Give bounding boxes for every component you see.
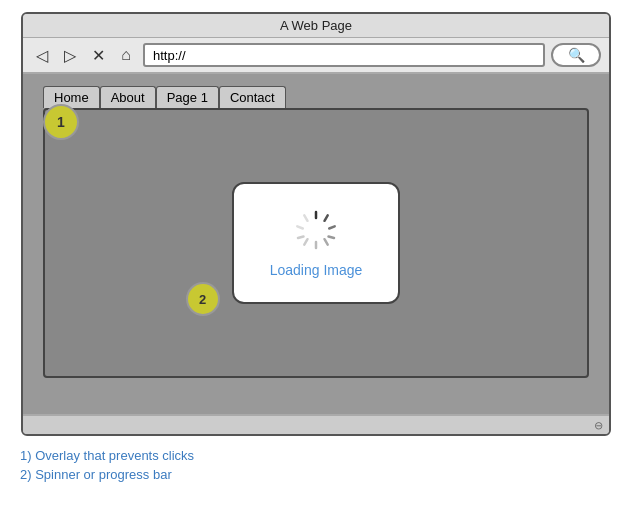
loading-spinner: [294, 208, 338, 252]
svg-line-7: [298, 237, 304, 239]
nav-tabs: Home About Page 1 Contact: [43, 86, 589, 108]
browser-content: 1 Home About Page 1 Contact 2: [23, 74, 609, 414]
svg-line-9: [304, 215, 307, 221]
annotation-1: 1) Overlay that prevents clicks: [20, 448, 612, 463]
home-icon: ⌂: [121, 46, 131, 64]
search-button[interactable]: 🔍: [551, 43, 601, 67]
tab-page1[interactable]: Page 1: [156, 86, 219, 108]
svg-line-3: [328, 237, 334, 239]
resize-icon: ⊘: [591, 417, 607, 433]
home-button[interactable]: ⌂: [115, 44, 137, 66]
svg-line-6: [304, 239, 307, 245]
page-title: A Web Page: [280, 18, 352, 33]
forward-icon: ▷: [64, 46, 76, 65]
browser-window: A Web Page ◁ ▷ ✕ ⌂ 🔍 1 Home: [21, 12, 611, 436]
spinner-badge-2: 2: [186, 282, 220, 316]
badge1-label: 1: [57, 114, 65, 130]
browser-toolbar: ◁ ▷ ✕ ⌂ 🔍: [23, 38, 609, 74]
annotations: 1) Overlay that prevents clicks 2) Spinn…: [0, 436, 632, 482]
tab-home[interactable]: Home: [43, 86, 100, 108]
svg-line-8: [297, 226, 303, 228]
tab-contact[interactable]: Contact: [219, 86, 286, 108]
badge2-label: 2: [199, 292, 206, 307]
search-icon: 🔍: [568, 47, 585, 63]
forward-button[interactable]: ▷: [59, 44, 81, 66]
back-icon: ◁: [36, 46, 48, 65]
svg-line-1: [324, 215, 327, 221]
svg-line-2: [329, 226, 335, 228]
content-frame: 2: [43, 108, 589, 378]
close-button[interactable]: ✕: [87, 44, 109, 66]
browser-title: A Web Page: [23, 14, 609, 38]
tab-about[interactable]: About: [100, 86, 156, 108]
back-button[interactable]: ◁: [31, 44, 53, 66]
address-bar[interactable]: [143, 43, 545, 67]
annotation-2: 2) Spinner or progress bar: [20, 467, 612, 482]
loading-modal: 2: [232, 182, 401, 304]
overlay-badge-1: 1: [43, 104, 79, 140]
svg-line-4: [324, 239, 327, 245]
close-icon: ✕: [92, 46, 105, 65]
loading-text: Loading Image: [270, 262, 363, 278]
browser-statusbar: ⊘: [23, 414, 609, 434]
